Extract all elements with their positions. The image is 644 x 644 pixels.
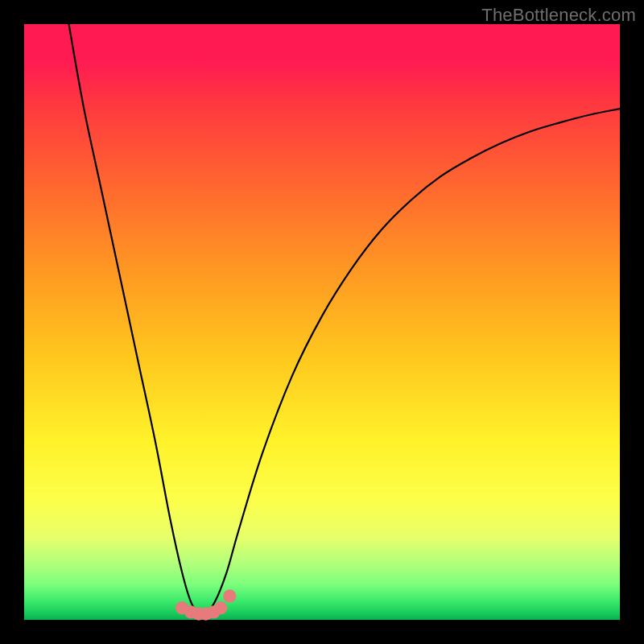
- plot-area: [24, 24, 620, 620]
- chart-frame: TheBottleneck.com: [0, 0, 644, 644]
- marker-dot: [214, 601, 227, 614]
- curve-layer: [24, 24, 620, 620]
- bottleneck-curve: [69, 24, 621, 613]
- watermark: TheBottleneck.com: [481, 5, 636, 26]
- marker-group: [175, 589, 236, 620]
- marker-dot: [223, 589, 236, 602]
